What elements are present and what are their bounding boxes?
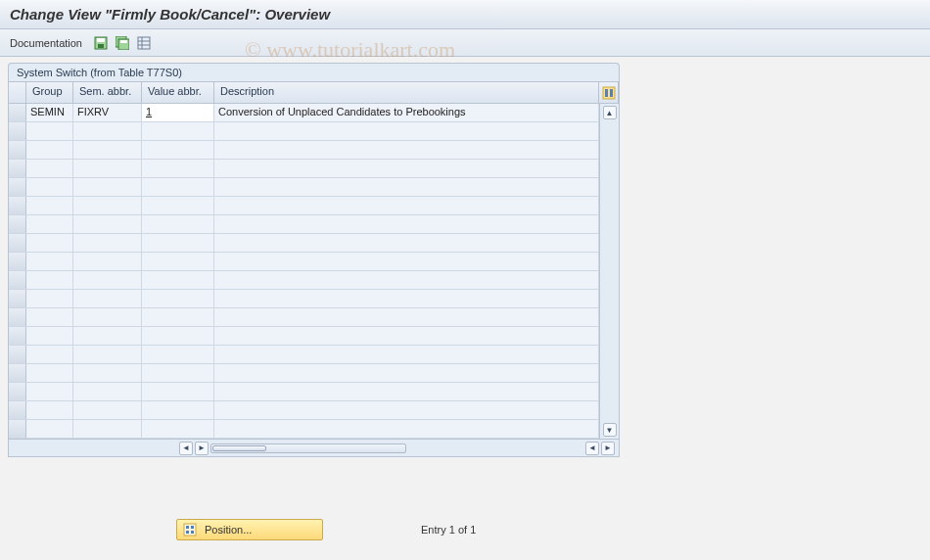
cell-value-input[interactable]: 1 [142,104,214,121]
svg-rect-5 [120,40,127,43]
scroll-left-icon[interactable]: ◄ [585,442,599,455]
vertical-scrollbar[interactable]: ▲ ▼ [599,104,619,439]
svg-rect-17 [191,531,194,534]
table-row[interactable] [9,197,599,215]
table-row[interactable] [9,122,599,141]
row-selector[interactable] [9,364,26,382]
row-selector[interactable] [9,271,26,289]
row-selector[interactable] [9,160,26,177]
documentation-label[interactable]: Documentation [10,37,82,49]
system-switch-panel: System Switch (from Table T77S0) Group S… [8,63,620,457]
table-settings-icon[interactable] [135,34,153,52]
panel-title: System Switch (from Table T77S0) [8,63,620,81]
table-row[interactable] [9,308,599,327]
row-selector[interactable] [9,197,26,214]
table-row[interactable] [9,141,599,160]
page-title: Change View "Firmly Book/Cancel": Overvi… [10,6,920,23]
configure-columns-icon[interactable] [599,82,619,103]
svg-rect-2 [98,44,104,48]
scroll-right-icon[interactable]: ► [601,442,615,455]
table-row[interactable] [9,290,599,308]
svg-rect-12 [610,89,613,97]
hscroll-track[interactable] [210,443,406,453]
table-row[interactable] [9,234,599,253]
table-row[interactable] [9,327,599,346]
cell-sem[interactable]: FIXRV [73,104,142,121]
table-row[interactable] [9,271,599,290]
position-button[interactable]: Position... [176,519,323,540]
column-header-desc[interactable]: Description [214,82,599,103]
table-row[interactable] [9,160,599,178]
save-icon[interactable] [92,34,110,52]
scroll-right-icon[interactable]: ► [195,442,209,455]
svg-rect-1 [97,38,105,42]
grid-header: Group Sem. abbr. Value abbr. Description [9,82,619,104]
table-row[interactable] [9,346,599,364]
table-row[interactable] [9,215,599,234]
row-selector[interactable] [9,234,26,252]
row-selector[interactable] [9,383,26,400]
row-selector[interactable] [9,401,26,419]
hscroll-thumb[interactable] [212,445,266,451]
table-row[interactable] [9,253,599,271]
row-selector[interactable] [9,178,26,196]
data-grid: Group Sem. abbr. Value abbr. Description… [8,81,620,457]
position-icon [183,523,197,537]
svg-rect-6 [138,37,150,49]
row-selector[interactable] [9,346,26,363]
scroll-down-icon[interactable]: ▼ [603,423,617,437]
table-row[interactable] [9,383,599,401]
svg-rect-16 [186,531,189,534]
grid-body: SEMIN FIXRV 1 Conversion of Unplaced Can… [9,104,619,439]
column-header-sem[interactable]: Sem. abbr. [73,82,142,103]
column-header-group[interactable]: Group [26,82,73,103]
table-row[interactable] [9,364,599,383]
save-all-icon[interactable] [114,34,131,52]
svg-rect-11 [605,89,608,97]
entry-counter: Entry 1 of 1 [421,524,476,536]
cell-group[interactable]: SEMIN [26,104,73,121]
row-selector[interactable] [9,215,26,233]
row-selector[interactable] [9,327,26,345]
row-selector[interactable] [9,141,26,159]
row-selector[interactable] [9,104,26,121]
table-row[interactable] [9,420,599,439]
row-selector[interactable] [9,308,26,326]
row-selector[interactable] [9,290,26,307]
horizontal-scrollbar: ◄ ► ◄ ► [9,439,619,456]
grid-rows: SEMIN FIXRV 1 Conversion of Unplaced Can… [9,104,599,439]
svg-rect-14 [186,526,189,529]
svg-rect-13 [184,524,196,536]
scroll-up-icon[interactable]: ▲ [603,106,617,119]
table-row[interactable] [9,401,599,420]
svg-rect-15 [191,526,194,529]
row-selector[interactable] [9,253,26,270]
scroll-left-icon[interactable]: ◄ [179,442,193,455]
table-row[interactable] [9,178,599,197]
column-selector[interactable] [9,82,26,103]
toolbar: Documentation [0,29,930,57]
svg-rect-10 [603,87,615,99]
cell-desc[interactable]: Conversion of Unplaced Candidates to Pre… [214,104,599,121]
table-row[interactable]: SEMIN FIXRV 1 Conversion of Unplaced Can… [9,104,599,122]
footer: Position... Entry 1 of 1 [0,519,930,540]
title-bar: Change View "Firmly Book/Cancel": Overvi… [0,0,930,29]
row-selector[interactable] [9,420,26,438]
position-label: Position... [205,524,252,536]
row-selector[interactable] [9,122,26,140]
column-header-val[interactable]: Value abbr. [142,82,214,103]
